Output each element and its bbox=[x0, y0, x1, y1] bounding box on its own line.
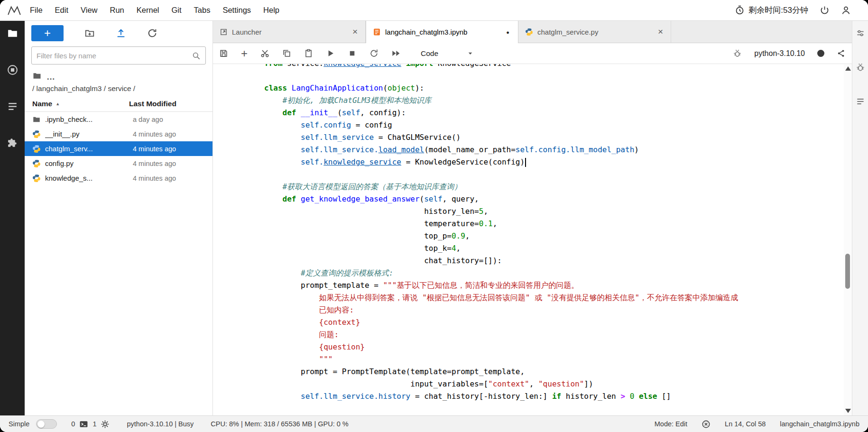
code-line[interactable]: chat_history=[]): bbox=[264, 255, 844, 267]
code-line[interactable]: {question} bbox=[264, 341, 844, 353]
simple-mode-toggle[interactable] bbox=[36, 419, 57, 429]
running-sessions-status[interactable]: 0 1 bbox=[71, 420, 110, 429]
code-line[interactable]: history_len=5, bbox=[264, 205, 844, 218]
main-content: Launcher × langchain_chatglm3.ipynb ● ch… bbox=[213, 21, 852, 415]
restart-kernel-button[interactable] bbox=[369, 49, 379, 58]
menu-view[interactable]: View bbox=[74, 6, 103, 15]
unsaved-indicator-icon[interactable]: ● bbox=[504, 29, 511, 35]
code-line[interactable] bbox=[264, 70, 844, 82]
menu-edit[interactable]: Edit bbox=[49, 6, 74, 15]
file-browser-icon[interactable] bbox=[7, 28, 18, 39]
new-folder-icon[interactable] bbox=[84, 28, 95, 38]
file-browser-panel: + bbox=[25, 21, 213, 415]
menu-kernel[interactable]: Kernel bbox=[130, 6, 166, 15]
share-icon[interactable] bbox=[837, 49, 846, 58]
code-line[interactable] bbox=[264, 168, 844, 181]
code-line[interactable]: from service.knowledge_service import Kn… bbox=[264, 64, 844, 70]
property-inspector-icon[interactable] bbox=[856, 28, 865, 38]
file-row[interactable]: .ipynb_check... a day ago bbox=[25, 112, 212, 127]
toc-icon[interactable] bbox=[856, 97, 865, 106]
close-icon[interactable]: × bbox=[351, 27, 359, 37]
paste-cells-button[interactable] bbox=[304, 49, 313, 58]
code-line[interactable]: #初始化, 加载ChatGLM3模型和本地知识库 bbox=[264, 94, 844, 107]
notebook-editor[interactable]: from service.knowledge_service import Kn… bbox=[213, 64, 852, 415]
copy-cells-button[interactable] bbox=[282, 49, 291, 58]
code-line[interactable]: top_k=4, bbox=[264, 242, 844, 255]
circle-x-icon[interactable] bbox=[702, 420, 711, 429]
tab-notebook[interactable]: langchain_chatglm3.ipynb ● bbox=[366, 21, 518, 43]
tab-python-file[interactable]: chatglm_service.py × bbox=[518, 21, 671, 43]
code-line[interactable]: prompt = PromptTemplate(template=prompt_… bbox=[264, 366, 844, 378]
run-cell-button[interactable] bbox=[326, 49, 335, 58]
home-folder-icon[interactable] bbox=[32, 71, 42, 83]
tab-launcher[interactable]: Launcher × bbox=[213, 21, 366, 43]
table-of-contents-icon[interactable] bbox=[7, 101, 18, 112]
right-sidebar bbox=[852, 21, 868, 415]
file-row[interactable]: __init__.py 4 minutes ago bbox=[25, 127, 212, 141]
scroll-down-icon[interactable] bbox=[845, 409, 851, 413]
extensions-icon[interactable] bbox=[7, 137, 18, 149]
debugger-bug-icon[interactable] bbox=[733, 49, 742, 58]
filter-files-input[interactable] bbox=[37, 52, 192, 60]
code-line[interactable]: top_p=0.9, bbox=[264, 230, 844, 242]
file-row-selected[interactable]: chatglm_serv... 4 minutes ago bbox=[25, 141, 212, 156]
code-line[interactable]: self.llm_service.history = chat_history[… bbox=[264, 390, 844, 403]
close-icon[interactable]: × bbox=[657, 27, 664, 37]
code-line[interactable]: class LangChainApplication(object): bbox=[264, 82, 844, 94]
code-line[interactable]: def __init__(self, config): bbox=[264, 107, 844, 119]
editor-scrollbar[interactable] bbox=[844, 64, 852, 415]
add-cell-button[interactable]: + bbox=[241, 49, 248, 58]
python-icon bbox=[32, 130, 41, 138]
refresh-icon[interactable] bbox=[147, 28, 157, 38]
code-line[interactable]: self.llm_service.load_model(model_name_o… bbox=[264, 144, 844, 156]
breadcrumb-ellipsis[interactable]: … bbox=[46, 72, 56, 82]
breadcrumb-path[interactable]: / langchain_chatglm3 / service / bbox=[32, 84, 205, 93]
menu-help[interactable]: Help bbox=[257, 6, 286, 15]
stopwatch-icon bbox=[735, 5, 745, 15]
scroll-up-icon[interactable] bbox=[845, 66, 851, 71]
editor-mode[interactable]: Mode: Edit bbox=[655, 420, 687, 428]
code-line[interactable]: temperature=0.1, bbox=[264, 218, 844, 230]
app-logo-icon bbox=[5, 5, 24, 16]
file-row[interactable]: config.py 4 minutes ago bbox=[25, 156, 212, 171]
code-line[interactable]: input_variables=["context", "question"]) bbox=[264, 378, 844, 390]
code-line[interactable]: prompt_template = """基于以下已知信息，简洁和专业的来回答用… bbox=[264, 279, 844, 292]
interrupt-kernel-button[interactable] bbox=[348, 49, 357, 58]
code-line[interactable]: 问题: bbox=[264, 329, 844, 341]
code-line[interactable]: #定义查询的提示模板格式: bbox=[264, 267, 844, 279]
power-icon[interactable] bbox=[820, 5, 830, 15]
menu-run[interactable]: Run bbox=[104, 6, 130, 15]
upload-icon[interactable] bbox=[116, 28, 126, 38]
code-line[interactable]: #获取大语言模型返回的答案（基于本地知识库查询） bbox=[264, 181, 844, 193]
code-line[interactable]: self.config = config bbox=[264, 119, 844, 131]
menu-file[interactable]: File bbox=[24, 6, 49, 15]
restart-run-all-button[interactable] bbox=[391, 49, 400, 58]
code-line[interactable]: 已知内容: bbox=[264, 304, 844, 316]
cut-cells-button[interactable] bbox=[260, 49, 269, 58]
code-area[interactable]: from service.knowledge_service import Kn… bbox=[213, 64, 844, 403]
column-name[interactable]: Name ▲ bbox=[32, 100, 129, 108]
code-line[interactable]: """ bbox=[264, 353, 844, 366]
search-icon bbox=[192, 51, 201, 60]
menu-settings[interactable]: Settings bbox=[216, 6, 257, 15]
menu-git[interactable]: Git bbox=[165, 6, 187, 15]
code-line[interactable]: 如果无法从中得到答案，请说 "根据已知信息无法回答该问题" 或 "没有提供足够的… bbox=[264, 292, 844, 304]
code-line[interactable]: self.knowledge_service = KnowledgeServic… bbox=[264, 156, 844, 168]
cursor-position[interactable]: Ln 14, Col 58 bbox=[725, 420, 766, 428]
save-button[interactable] bbox=[219, 49, 228, 58]
code-line[interactable]: {context} bbox=[264, 316, 844, 329]
cell-type-dropdown[interactable]: Code bbox=[421, 49, 474, 58]
file-row[interactable]: knowledge_s... 4 minutes ago bbox=[25, 171, 212, 185]
running-sessions-icon[interactable] bbox=[7, 64, 18, 76]
new-launcher-button[interactable]: + bbox=[31, 25, 64, 41]
scrollbar-thumb[interactable] bbox=[845, 254, 850, 289]
session-timer: 剩余时间:53分钟 bbox=[735, 5, 808, 16]
kernel-status[interactable]: python-3.10.10 | Busy bbox=[127, 420, 194, 428]
user-icon[interactable] bbox=[841, 5, 851, 15]
debugger-icon[interactable] bbox=[856, 63, 865, 72]
code-line[interactable]: self.llm_service = ChatGLMService() bbox=[264, 131, 844, 144]
code-line[interactable]: def get_knowledge_based_answer(self, que… bbox=[264, 193, 844, 205]
column-last-modified[interactable]: Last Modified bbox=[129, 100, 205, 108]
menu-tabs[interactable]: Tabs bbox=[188, 6, 217, 15]
kernel-name[interactable]: python-3.10.10 bbox=[754, 49, 805, 58]
